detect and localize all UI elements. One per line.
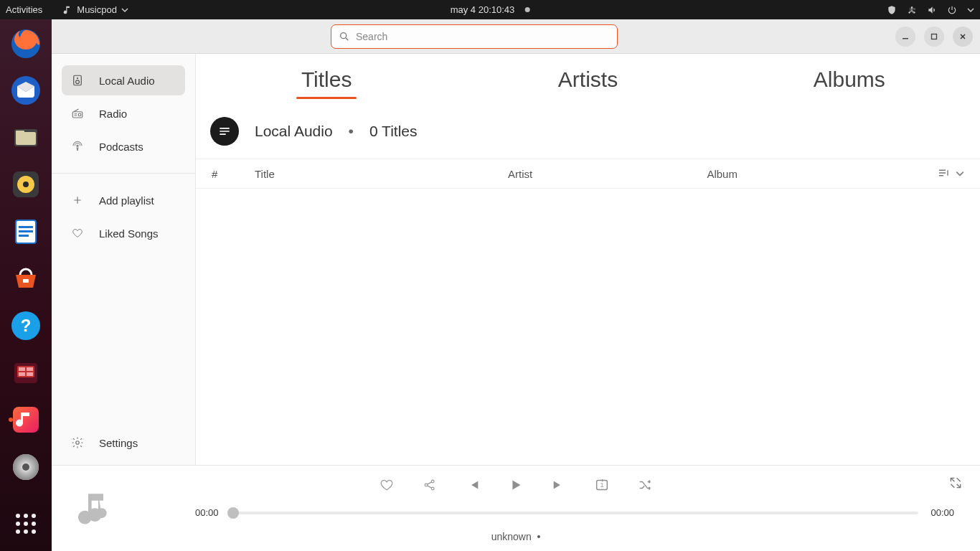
notification-dot-icon [524,7,529,12]
panel-app-menu[interactable]: Musicpod [62,4,128,15]
section-title: Local Audio [255,123,333,140]
svg-point-10 [23,182,29,187]
sidebar-item-label: Add playlist [99,194,154,207]
svg-point-42 [77,77,78,79]
sidebar-item-radio[interactable]: Radio [62,98,185,128]
column-title[interactable]: Title [255,168,508,180]
heart-icon [70,227,85,239]
svg-rect-7 [16,131,24,133]
svg-point-36 [24,529,28,534]
progress-thumb[interactable] [227,507,239,519]
column-artist[interactable]: Artist [508,168,707,180]
sidebar-item-local-audio[interactable]: Local Audio [62,65,185,95]
gear-icon [70,436,85,449]
dock-app-writer[interactable] [7,213,44,250]
svg-point-35 [16,529,20,534]
tab-albums[interactable]: Albums [719,67,980,92]
share-button[interactable] [420,476,439,494]
dock-app-software[interactable] [7,260,44,298]
now-playing-title: unknown [491,531,532,542]
shuffle-button[interactable] [636,476,654,494]
svg-rect-14 [19,230,33,232]
window-maximize-button[interactable] [924,27,944,47]
sidebar-item-label: Local Audio [99,75,155,87]
svg-point-28 [22,463,29,471]
close-icon [959,33,966,40]
svg-text:1: 1 [600,482,604,489]
podcast-icon [70,140,85,153]
sidebar-settings[interactable]: Settings [62,428,185,458]
main-content: Titles Artists Albums Local Audio • 0 Ti… [196,54,980,465]
like-button[interactable] [377,476,396,494]
dock-app-musicpod[interactable] [7,401,44,438]
tab-artists[interactable]: Artists [457,67,718,92]
dock-app-thunderbird[interactable] [7,72,44,110]
svg-rect-22 [27,367,33,371]
svg-point-29 [16,514,20,518]
svg-point-34 [32,522,36,526]
svg-point-32 [16,522,20,526]
headerbar [52,19,980,54]
gnome-top-panel: Activities Musicpod may 4 20:10:43 [0,0,980,19]
svg-point-51 [431,480,434,483]
sidebar-add-playlist[interactable]: Add playlist [62,185,185,215]
sidebar-item-label: Liked Songs [99,227,159,240]
svg-rect-6 [16,132,36,145]
column-album[interactable]: Album [707,168,924,180]
chevron-down-icon[interactable] [956,168,964,180]
now-playing: unknown • [52,531,980,542]
svg-text:?: ? [21,316,32,335]
activities-button[interactable]: Activities [6,4,42,15]
time-total: 00:00 [930,507,954,518]
progress-slider[interactable] [229,512,918,514]
sidebar: Local Audio Radio Podcasts Add playlis [52,54,196,465]
dock-app-files[interactable] [7,119,44,156]
svg-rect-40 [932,34,937,39]
svg-point-37 [32,529,36,534]
chevron-down-icon[interactable] [967,6,974,14]
radio-icon [70,107,85,120]
svg-rect-15 [19,235,29,237]
svg-point-43 [76,80,80,84]
chevron-down-icon [121,6,128,14]
speaker-icon [70,74,85,87]
sidebar-liked-songs[interactable]: Liked Songs [62,218,185,248]
play-button[interactable] [507,476,525,494]
dock-app-disks[interactable] [7,448,44,486]
volume-icon[interactable] [927,5,937,15]
minimize-icon [902,33,909,40]
dock-app-screenshot[interactable] [7,354,44,392]
panel-clock[interactable]: may 4 20:10:43 [451,4,515,15]
dock-app-rhythmbox[interactable] [7,166,44,204]
empty-track-list [196,189,980,465]
dock-show-apps[interactable] [7,505,44,542]
search-box[interactable] [331,24,618,49]
musicpod-window: Local Audio Radio Podcasts Add playlis [52,19,980,551]
sidebar-item-label: Podcasts [99,141,143,153]
music-note-icon [62,5,72,15]
sidebar-separator [52,173,195,174]
repeat-button[interactable]: 1 [593,476,611,494]
queue-icon[interactable] [937,166,950,182]
player-bar: 1 00:00 00:00 unknown • [52,465,980,551]
window-minimize-button[interactable] [895,27,915,47]
next-button[interactable] [550,476,568,494]
column-hash[interactable]: # [212,168,255,180]
sidebar-item-podcasts[interactable]: Podcasts [62,131,185,161]
tab-bar: Titles Artists Albums [196,54,980,105]
dock-app-help[interactable]: ? [7,307,44,344]
section-subtitle: 0 Titles [369,123,418,140]
dock-app-firefox[interactable] [7,25,44,62]
svg-rect-23 [19,372,25,376]
window-close-button[interactable] [953,27,973,47]
power-icon[interactable] [947,5,957,15]
panel-app-name: Musicpod [77,4,117,15]
section-header: Local Audio • 0 Titles [196,105,980,159]
svg-point-33 [24,522,28,526]
tab-titles[interactable]: Titles [196,67,457,92]
shield-icon[interactable] [887,5,897,15]
network-icon[interactable] [907,5,917,15]
fullscreen-button[interactable] [948,476,963,493]
prev-button[interactable] [463,476,482,494]
search-input[interactable] [356,31,610,42]
